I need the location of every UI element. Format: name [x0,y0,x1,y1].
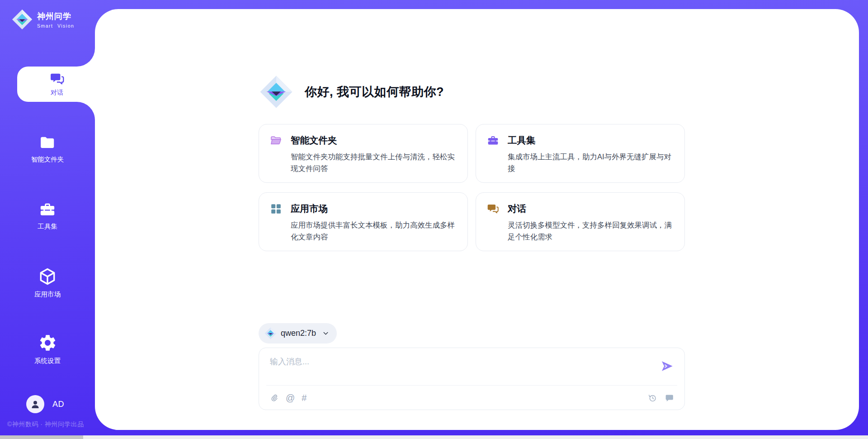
greeting-title: 你好, 我可以如何帮助你? [305,84,444,100]
sidebar-item-label: 应用市场 [34,290,61,299]
card-description: 灵活切换多模型文件，支持多样回复效果调试，满足个性化需求 [508,219,674,243]
app-logo: 神州问学 Smart Vision [12,9,74,30]
horizontal-scrollbar [0,435,868,439]
sidebar-item-app-market[interactable]: 应用市场 [0,267,95,299]
chevron-down-icon [322,329,330,337]
feature-card-toolset[interactable]: 工具集 集成市场上主流工具，助力AI与外界无缝扩展与对接 [476,124,685,183]
user-name: AD [52,400,64,409]
brand-diamond-icon [12,9,33,30]
message-input[interactable] [270,356,650,382]
chat-icon [50,72,65,86]
card-title: 工具集 [508,134,536,147]
card-description: 集成市场上主流工具，助力AI与外界无缝扩展与对接 [508,151,674,174]
sidebar-item-settings[interactable]: 系统设置 [0,333,95,365]
greeting: 你好, 我可以如何帮助你? [259,72,444,111]
cube-icon [38,267,57,286]
model-selector[interactable]: qwen2:7b [259,323,337,344]
copyright: ©神州数码 · 神州问学出品 [7,420,84,429]
send-icon [660,359,675,373]
avatar [26,395,44,413]
active-tab-curve-top [77,48,95,67]
brand-subtitle: Smart Vision [37,23,74,29]
main-panel: 你好, 我可以如何帮助你? 智能文件夹 智能文件夹功能支持批量文件上传与清洗，轻… [95,9,859,430]
feedback-icon[interactable] [665,393,674,403]
sidebar-item-toolset[interactable]: 工具集 [0,201,95,231]
grid-icon [270,203,282,215]
sidebar-item-chat[interactable]: 对话 [17,67,97,102]
mention-icon[interactable]: @ [286,393,295,403]
folder-open-icon [270,134,282,147]
sidebar-item-label: 智能文件夹 [31,155,64,164]
hashtag-icon[interactable]: # [302,393,307,403]
history-icon[interactable] [648,393,657,403]
model-diamond-icon [264,327,277,339]
briefcase-icon [487,134,499,147]
attach-icon[interactable] [269,393,279,403]
sidebar-item-label: 工具集 [38,222,57,231]
sidebar-item-label: 系统设置 [34,357,61,365]
feature-card-smart-folder[interactable]: 智能文件夹 智能文件夹功能支持批量文件上传与清洗，轻松实现文件问答 [259,124,468,183]
card-title: 对话 [508,202,526,215]
user-profile[interactable]: AD [26,395,64,413]
feature-card-app-market[interactable]: 应用市场 应用市场提供丰富长文本模板，助力高效生成多样化文章内容 [259,192,468,251]
sidebar-item-label: 对话 [51,89,63,97]
feature-card-chat[interactable]: 对话 灵活切换多模型文件，支持多样回复效果调试，满足个性化需求 [476,192,685,251]
chat-icon [487,203,499,215]
model-name: qwen2:7b [281,329,316,338]
send-button[interactable] [660,359,675,373]
gear-icon [38,333,57,353]
brand-title: 神州问学 [37,11,74,22]
brand-diamond-icon [259,75,293,109]
card-title: 应用市场 [291,202,328,215]
feature-cards: 智能文件夹 智能文件夹功能支持批量文件上传与清洗，轻松实现文件问答 工具集 集成… [259,124,685,251]
card-description: 智能文件夹功能支持批量文件上传与清洗，轻松实现文件问答 [291,151,457,174]
sidebar-item-smart-folder[interactable]: 智能文件夹 [0,134,95,164]
message-composer: @ # [259,348,685,410]
composer-divider [266,385,677,386]
scrollbar-thumb[interactable] [0,435,83,439]
card-title: 智能文件夹 [291,134,337,147]
active-tab-curve-bottom [77,102,95,120]
person-icon [30,399,41,410]
folder-icon [39,134,56,151]
briefcase-icon [39,201,56,218]
card-description: 应用市场提供丰富长文本模板，助力高效生成多样化文章内容 [291,219,457,243]
